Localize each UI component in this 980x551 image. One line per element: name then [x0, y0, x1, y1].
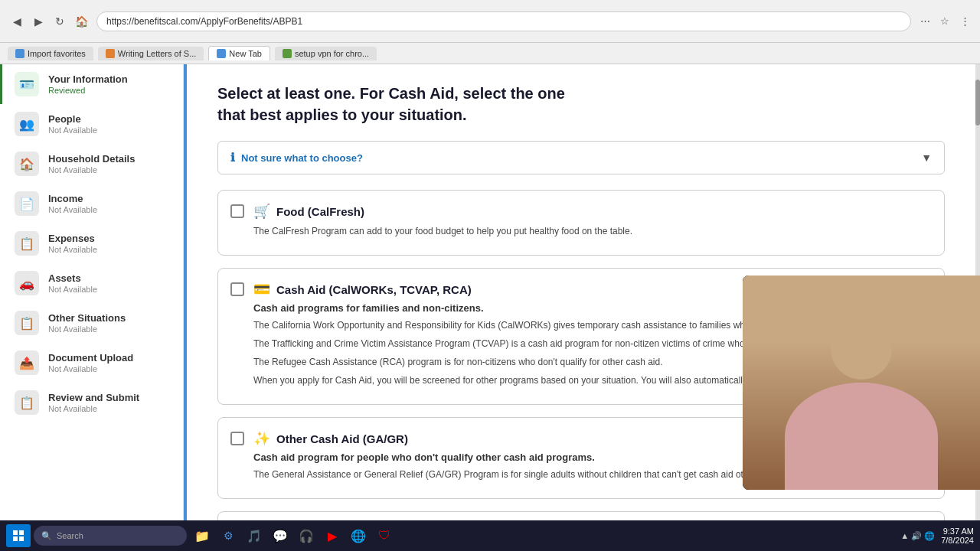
- menu-icon[interactable]: ⋮: [957, 14, 972, 29]
- page-header: Select at least one. For Cash Aid, selec…: [217, 83, 945, 126]
- other-cash-aid-checkbox[interactable]: [230, 432, 244, 445]
- sidebar-item-expenses[interactable]: 📋 Expenses Not Available: [0, 223, 183, 263]
- helper-label: Not sure what to choose?: [241, 152, 363, 164]
- review-submit-sublabel: Not Available: [48, 404, 139, 413]
- tab-setup-vpn[interactable]: setup vpn for chro...: [275, 47, 377, 60]
- food-description: The CalFresh Program can add to your foo…: [253, 224, 932, 238]
- scroll-thumb: [975, 80, 980, 126]
- food-checkbox[interactable]: [230, 204, 244, 218]
- browser-nav-buttons: ◀ ▶ ↻ 🏠: [8, 12, 90, 31]
- expenses-icon: 📋: [15, 231, 39, 256]
- tab-favicon-vpn: [283, 49, 292, 58]
- food-title: Food (CalFresh): [276, 205, 364, 218]
- video-person: [743, 276, 980, 490]
- other-cash-aid-icon: ✨: [253, 430, 270, 447]
- tab-new-tab[interactable]: New Tab: [208, 46, 270, 60]
- your-info-sublabel: Reviewed: [48, 86, 128, 95]
- favorites-icon[interactable]: ☆: [937, 14, 952, 29]
- sidebar-item-document-upload[interactable]: 📤 Document Upload Not Available: [0, 343, 183, 383]
- household-sublabel: Not Available: [48, 165, 135, 174]
- cash-aid-checkbox[interactable]: [230, 282, 244, 296]
- assets-label: Assets: [48, 272, 97, 284]
- household-icon: 🏠: [15, 152, 39, 176]
- income-label: Income: [48, 193, 97, 204]
- browser-bar: ◀ ▶ ↻ 🏠 ⋯ ☆ ⋮: [0, 0, 980, 43]
- chevron-down-icon: ▼: [921, 152, 932, 164]
- info-icon: ℹ: [230, 151, 235, 165]
- document-upload-label: Document Upload: [48, 352, 133, 364]
- tab-favicon-import: [15, 49, 24, 58]
- sidebar-item-household[interactable]: 🏠 Household Details Not Available: [0, 144, 183, 184]
- food-icon: 🛒: [253, 203, 270, 220]
- helper-box[interactable]: ℹ Not sure what to choose? ▼: [217, 141, 945, 174]
- sidebar-item-income[interactable]: 📄 Income Not Available: [0, 184, 183, 223]
- other-situations-icon: 📋: [15, 311, 39, 335]
- document-upload-icon: 📤: [15, 350, 39, 375]
- assets-sublabel: Not Available: [48, 285, 97, 294]
- review-submit-icon: 📋: [15, 390, 39, 415]
- tab-favicon-writing: [106, 49, 115, 58]
- sidebar: 🪪 Your Information Reviewed 👥 People Not…: [0, 64, 184, 520]
- your-info-label: Your Information: [48, 73, 128, 85]
- video-content: [743, 276, 980, 490]
- forward-button[interactable]: ▶: [29, 12, 47, 31]
- sidebar-item-people[interactable]: 👥 People Not Available: [0, 104, 183, 144]
- other-cash-aid-title: Other Cash Aid (GA/GR): [276, 432, 408, 445]
- sidebar-item-review-submit[interactable]: 📋 Review and Submit Not Available: [0, 383, 183, 422]
- sidebar-item-your-info[interactable]: 🪪 Your Information Reviewed: [0, 64, 183, 104]
- document-upload-sublabel: Not Available: [48, 364, 133, 373]
- tab-writing-letters[interactable]: Writing Letters of S...: [98, 47, 204, 60]
- page-container: 🪪 Your Information Reviewed 👥 People Not…: [0, 64, 980, 520]
- review-submit-label: Review and Submit: [48, 392, 139, 403]
- back-button[interactable]: ◀: [8, 12, 26, 31]
- url-bar[interactable]: [96, 11, 911, 31]
- cash-aid-title: Cash Aid (CalWORKs, TCVAP, RCA): [276, 283, 472, 296]
- video-overlay: [743, 276, 980, 490]
- people-label: People: [48, 113, 97, 125]
- other-situations-sublabel: Not Available: [48, 324, 126, 334]
- page-title: Select at least one. For Cash Aid, selec…: [217, 83, 945, 126]
- sidebar-item-assets[interactable]: 🚗 Assets Not Available: [0, 263, 183, 303]
- your-info-icon: 🪪: [15, 72, 39, 96]
- sidebar-item-other-situations[interactable]: 📋 Other Situations Not Available: [0, 303, 183, 343]
- browser-toolbar-icons: ⋯ ☆ ⋮: [917, 14, 972, 29]
- people-icon: 👥: [15, 112, 39, 136]
- tab-import-favorites[interactable]: Import favorites: [8, 47, 93, 60]
- tab-favicon-new: [217, 49, 226, 58]
- program-card-food: 🛒 Food (CalFresh) The CalFresh Program c…: [217, 190, 945, 256]
- extensions-icon[interactable]: ⋯: [917, 14, 933, 29]
- people-sublabel: Not Available: [48, 126, 97, 135]
- assets-icon: 🚗: [15, 271, 39, 295]
- income-sublabel: Not Available: [48, 205, 97, 214]
- income-icon: 📄: [15, 191, 39, 216]
- home-button[interactable]: 🏠: [72, 12, 90, 31]
- household-label: Household Details: [48, 153, 135, 165]
- expenses-sublabel: Not Available: [48, 245, 97, 254]
- expenses-label: Expenses: [48, 233, 97, 244]
- tabs-bar: Import favorites Writing Letters of S...…: [0, 43, 980, 64]
- other-situations-label: Other Situations: [48, 312, 126, 324]
- cash-aid-icon: 💳: [253, 281, 270, 298]
- program-card-health-coverage: ❤ Health Coverage (Medi-Cal) Medi-Cal is…: [217, 511, 945, 520]
- video-shirt: [785, 383, 938, 490]
- refresh-button[interactable]: ↻: [51, 12, 69, 31]
